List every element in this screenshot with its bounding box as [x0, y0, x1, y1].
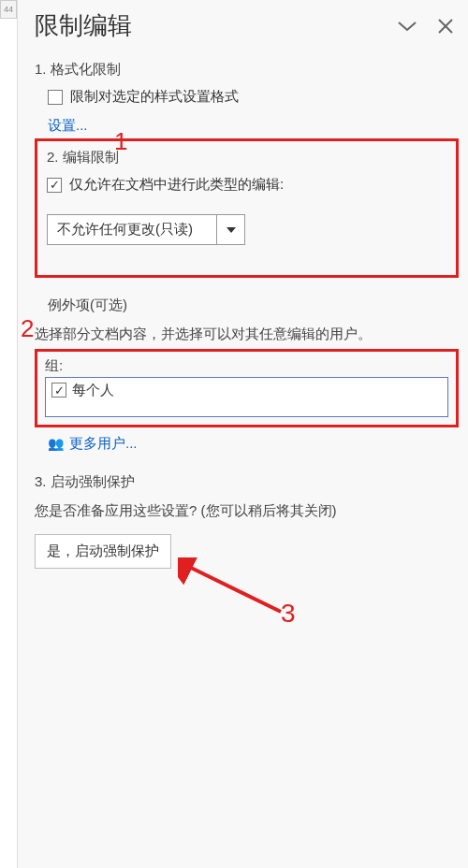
group-option-row: 每个人 [51, 382, 442, 399]
exceptions-heading: 例外项(可选) [35, 297, 459, 314]
highlight-box-1: 2. 编辑限制 仅允许在文档中进行此类型的编辑: 不允许任何更改(只读) [35, 138, 459, 278]
highlight-box-2: 组: 每个人 [35, 349, 459, 427]
more-users-row: 👥 更多用户... [35, 435, 459, 453]
formatting-restrict-checkbox[interactable] [48, 90, 63, 105]
editing-restrict-label: 仅允许在文档中进行此类型的编辑: [69, 176, 284, 194]
restrict-editing-panel: 限制编辑 1. 格式化限制 限制对选定的样式设置格式 设置... 2. 编辑限制… [17, 0, 468, 868]
group-listbox[interactable]: 每个人 [45, 377, 448, 417]
chevron-down-icon [216, 215, 244, 244]
section3-question: 您是否准备应用这些设置? (您可以稍后将其关闭) [35, 500, 459, 522]
group-everyone-label: 每个人 [72, 382, 114, 399]
section3-heading: 3. 启动强制保护 [35, 473, 459, 491]
group-label: 组: [45, 357, 448, 375]
ruler-tab: 44 [0, 0, 17, 19]
section1-heading: 1. 格式化限制 [35, 61, 459, 79]
start-enforcement-button[interactable]: 是，启动强制保护 [35, 534, 171, 569]
chevron-down-icon[interactable] [397, 20, 417, 33]
settings-link[interactable]: 设置... [48, 117, 88, 133]
editing-type-selected: 不允许任何更改(只读) [48, 215, 216, 244]
editing-type-dropdown[interactable]: 不允许任何更改(只读) [47, 214, 245, 245]
panel-title: 限制编辑 [35, 9, 132, 42]
section2-heading: 2. 编辑限制 [47, 149, 446, 166]
formatting-restrict-label: 限制对选定的样式设置格式 [70, 88, 239, 106]
group-everyone-checkbox[interactable] [51, 383, 66, 398]
exceptions-instruction: 选择部分文档内容，并选择可以对其任意编辑的用户。 [35, 324, 459, 345]
formatting-restrict-checkbox-row: 限制对选定的样式设置格式 [48, 88, 459, 106]
panel-header: 限制编辑 [35, 0, 459, 48]
editing-restrict-checkbox-row: 仅允许在文档中进行此类型的编辑: [47, 176, 446, 194]
more-users-link[interactable]: 更多用户... [69, 435, 138, 453]
editing-restrict-checkbox[interactable] [47, 178, 62, 193]
close-icon[interactable] [438, 19, 453, 34]
header-controls [397, 19, 455, 34]
people-icon: 👥 [48, 436, 64, 451]
